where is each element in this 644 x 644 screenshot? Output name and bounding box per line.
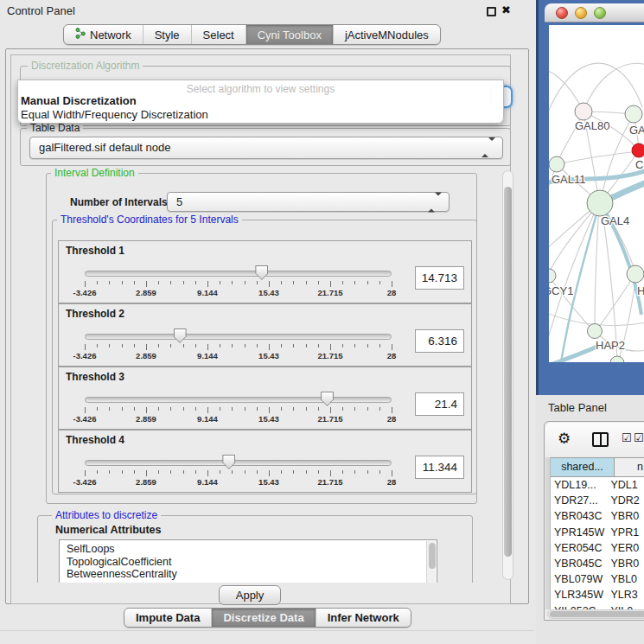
cell-shared-name[interactable]: YDL19...: [551, 477, 610, 493]
cell-name[interactable]: YDL1: [610, 477, 644, 493]
settings-scrollbar[interactable]: [502, 170, 513, 580]
tick-mark: [146, 281, 147, 287]
network-node-hap2[interactable]: [588, 324, 603, 339]
table-data-combobox[interactable]: galFiltered.sif default node: [29, 137, 503, 159]
threshold-slider[interactable]: [85, 391, 392, 408]
threshold-value-field[interactable]: 21.4: [415, 392, 464, 416]
close-icon[interactable]: ✖: [501, 3, 511, 16]
tick-mark: [269, 344, 270, 350]
table-horizontal-scrollbar[interactable]: [547, 609, 644, 619]
tab-style[interactable]: Style: [143, 25, 191, 44]
cell-name[interactable]: YPR1: [610, 525, 644, 540]
network-node-gcy1[interactable]: [549, 269, 556, 283]
algorithm-option-equal-width-frequency-discretization[interactable]: Equal Width/Frequency Discretization: [18, 108, 503, 122]
zoom-traffic-light-icon[interactable]: [594, 7, 606, 19]
slider-thumb[interactable]: [174, 328, 187, 343]
tick-mark: [134, 470, 135, 474]
slider-thumb[interactable]: [255, 265, 268, 280]
tick-mark: [134, 281, 135, 284]
tick-mark: [392, 407, 392, 413]
threshold-slider[interactable]: [85, 265, 392, 282]
tab-select[interactable]: Select: [191, 25, 245, 44]
tick-mark: [146, 407, 147, 413]
table-row[interactable]: YER054CYER0: [551, 540, 644, 556]
checkbox-checked-icon[interactable]: ☑: [622, 431, 632, 444]
cell-shared-name[interactable]: YLR345W: [551, 587, 610, 603]
cell-shared-name[interactable]: YBR045C: [551, 556, 610, 571]
tab-label: Style: [155, 29, 180, 41]
apply-button[interactable]: Apply: [219, 585, 281, 605]
settings-scrollbar-thumb[interactable]: [504, 187, 512, 557]
threshold-value-field[interactable]: 6.316: [415, 329, 464, 353]
cell-name[interactable]: YIL0: [610, 603, 644, 610]
threshold-value-field[interactable]: 14.713: [415, 266, 464, 290]
table-row[interactable]: YDR27...YDR2: [551, 493, 644, 508]
network-node-ga[interactable]: [625, 105, 642, 123]
table-row[interactable]: YIL052CYIL0: [551, 603, 644, 610]
cell-name[interactable]: YLR3: [610, 587, 644, 603]
algorithm-option-manual-discretization[interactable]: Manual Discretization: [18, 94, 503, 108]
split-columns-icon[interactable]: [592, 432, 609, 447]
tab-jactivemnodules[interactable]: jActiveMNodules: [333, 25, 440, 44]
tab-discretize-data[interactable]: Discretize Data: [211, 609, 315, 627]
table-row[interactable]: YPR145WYPR1: [551, 525, 644, 540]
network-node[interactable]: [610, 356, 624, 362]
threshold-slider[interactable]: [85, 328, 392, 345]
attribute-item-betweennesscentrality[interactable]: BetweennessCentrality: [60, 568, 437, 581]
tick-label: 28: [387, 414, 397, 424]
slider-thumb[interactable]: [222, 455, 235, 469]
number-of-intervals-combobox[interactable]: 5: [167, 192, 450, 212]
cp-tab-strip: NetworkStyleSelectCyni ToolboxjActiveMNo…: [63, 24, 441, 45]
minimize-traffic-light-icon[interactable]: [575, 7, 587, 19]
numerical-attributes-list[interactable]: SelfLoopsTopologicalCoefficientBetweenne…: [59, 539, 437, 583]
cell-shared-name[interactable]: YBL079W: [551, 571, 610, 587]
tick-mark: [220, 470, 220, 474]
cell-shared-name[interactable]: YPR145W: [551, 525, 610, 540]
network-node-gal4[interactable]: [587, 190, 613, 216]
cell-name[interactable]: YER0: [610, 540, 644, 556]
attributes-list-scrollbar[interactable]: [426, 541, 436, 583]
threshold-1: Threshold 1-3.4262.8599.14415.4321.71528…: [58, 240, 472, 303]
network-node-gal11[interactable]: [549, 156, 564, 172]
network-canvas[interactable]: GAL80GACGAL11GAL4GCY1HHAP2: [549, 25, 644, 362]
tab-cyni-toolbox[interactable]: Cyni Toolbox: [245, 25, 333, 44]
tick-mark: [85, 281, 86, 287]
table-row[interactable]: YBR045CYBR0: [551, 556, 644, 571]
slider-thumb[interactable]: [321, 392, 334, 406]
close-traffic-light-icon[interactable]: [556, 7, 568, 19]
network-node-c[interactable]: [632, 143, 644, 157]
network-node-gal80[interactable]: [575, 103, 592, 120]
table-row[interactable]: YLR345WYLR3: [551, 587, 644, 603]
column-header-name[interactable]: n: [615, 457, 644, 477]
cell-name[interactable]: YBR0: [610, 508, 644, 524]
tab-infer-network[interactable]: Infer Network: [316, 609, 411, 627]
tick-mark: [342, 281, 343, 284]
cell-shared-name[interactable]: YBR043C: [551, 508, 610, 524]
attribute-item-selfloops[interactable]: SelfLoops: [60, 543, 437, 556]
cell-shared-name[interactable]: YDR27...: [551, 493, 610, 508]
gear-icon[interactable]: ⚙: [558, 430, 571, 447]
tick-mark: [306, 407, 307, 411]
cell-shared-name[interactable]: YIL052C: [551, 603, 610, 610]
table-row[interactable]: YBL079WYBL0: [551, 571, 644, 587]
table-rows: YDL19...YDL1YDR27...YDR2YBR043CYBR0YPR14…: [551, 477, 644, 609]
tick-mark: [220, 407, 220, 411]
tab-network[interactable]: Network: [64, 25, 143, 44]
network-node-h[interactable]: [627, 265, 644, 283]
network-view-window: GAL80GACGAL11GAL4GCY1HHAP2: [536, 0, 644, 395]
column-header-shared[interactable]: shared...: [551, 457, 615, 477]
table-hscrollbar-thumb[interactable]: [550, 611, 644, 617]
tick-mark: [354, 407, 355, 411]
attribute-item-topologicalcoefficient[interactable]: TopologicalCoefficient: [60, 556, 437, 569]
threshold-value-field[interactable]: 11.344: [415, 456, 464, 479]
cell-shared-name[interactable]: YER054C: [551, 540, 610, 556]
cell-name[interactable]: YDR2: [610, 493, 644, 508]
checkbox-checked-icon[interactable]: ☑: [634, 431, 644, 444]
threshold-slider[interactable]: [85, 454, 392, 471]
table-row[interactable]: YBR043CYBR0: [551, 508, 644, 524]
tab-impute-data[interactable]: Impute Data: [124, 609, 211, 627]
cell-name[interactable]: YBL0: [610, 571, 644, 587]
table-row[interactable]: YDL19...YDL1: [551, 477, 644, 493]
float-window-icon[interactable]: [487, 7, 496, 16]
cell-name[interactable]: YBR0: [610, 556, 644, 571]
